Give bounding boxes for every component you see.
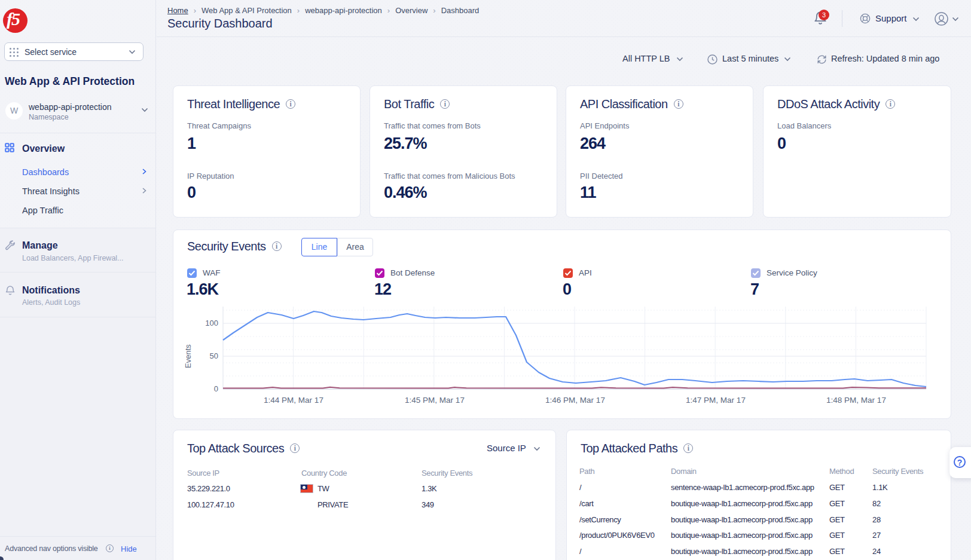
svg-text:50: 50	[210, 351, 218, 360]
svg-text:1:45 PM, Mar 17: 1:45 PM, Mar 17	[405, 396, 465, 405]
svg-text:0: 0	[214, 384, 218, 393]
svg-text:1:47 PM, Mar 17: 1:47 PM, Mar 17	[686, 396, 746, 405]
svg-text:1:44 PM, Mar 17: 1:44 PM, Mar 17	[264, 396, 323, 405]
svg-text:1:48 PM, Mar 17: 1:48 PM, Mar 17	[826, 396, 886, 405]
svg-text:Events: Events	[184, 344, 193, 368]
svg-text:1:46 PM, Mar 17: 1:46 PM, Mar 17	[545, 396, 605, 405]
svg-text:100: 100	[205, 319, 218, 328]
